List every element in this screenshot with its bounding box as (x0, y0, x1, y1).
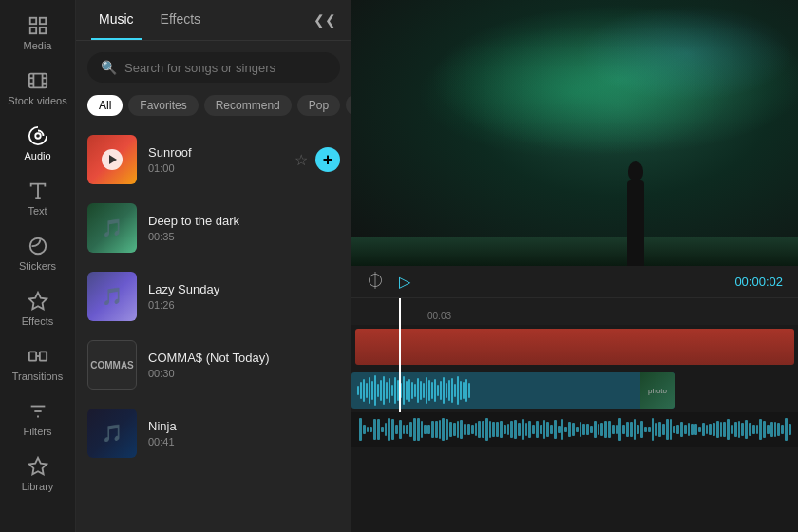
panel-tabs: Music Effects ❮❮ (76, 0, 352, 41)
sidebar-label-stock-videos: Stock videos (8, 95, 66, 106)
song-title-comma: COMMA$ (Not Today) (148, 351, 340, 365)
audio-icon (28, 125, 48, 146)
song-item-deep[interactable]: 🎵 Deep to the dark 00:35 (76, 194, 352, 262)
sidebar-label-audio: Audio (24, 150, 50, 162)
song-info-lazy: Lazy Sunday 01:26 (148, 282, 340, 311)
tab-music[interactable]: Music (91, 0, 142, 40)
song-duration-ninja: 00:41 (148, 436, 340, 447)
filters-icon (28, 401, 48, 422)
right-area: ⏀ ▷ 00:00:02 00:03 photo (352, 0, 798, 532)
audio-track-row: photo (352, 369, 798, 412)
filter-favorites[interactable]: Favorites (128, 95, 198, 116)
sidebar-item-filters[interactable]: Filters (0, 393, 75, 445)
ground-line (352, 238, 798, 266)
sidebar-label-transitions: Transitions (12, 370, 63, 382)
sidebar-item-library[interactable]: Library (0, 448, 75, 500)
sidebar-label-media: Media (24, 40, 52, 51)
collapse-panel-button[interactable]: ❮❮ (314, 12, 336, 28)
silhouette-body (627, 180, 644, 266)
play-button[interactable]: ▷ (399, 273, 410, 291)
song-title-sunroof: Sunroof (148, 145, 283, 160)
sidebar-item-stickers[interactable]: Stickers (0, 228, 75, 279)
song-thumb-sunroof (87, 135, 137, 184)
song-title-lazy: Lazy Sunday (148, 282, 340, 296)
text-icon (28, 180, 48, 201)
song-info-ninja: Ninja 00:41 (148, 419, 340, 447)
song-thumb-lazy: 🎵 (87, 272, 137, 321)
song-item-ninja[interactable]: 🎵 Ninja 00:41 (76, 399, 352, 467)
silhouette-head (628, 162, 643, 180)
song-thumb-deep: 🎵 (87, 203, 137, 253)
song-duration-sunroof: 01:00 (148, 162, 283, 174)
search-icon: 🔍 (101, 60, 117, 75)
playhead-line-audio (399, 369, 401, 412)
filter-pop[interactable]: Pop (297, 95, 340, 116)
timeline: 00:03 photo (352, 298, 798, 532)
photo-thumbnail: photo (640, 372, 674, 408)
song-item-sunroof[interactable]: Sunroof 01:00 ☆ + (76, 125, 352, 194)
sidebar-label-text: Text (28, 205, 47, 217)
metronome-icon: ⏀ (367, 272, 384, 292)
song-thumb-ninja: 🎵 (87, 408, 137, 458)
svg-rect-1 (39, 18, 45, 24)
sidebar-label-library: Library (22, 481, 54, 492)
character-silhouette (607, 114, 664, 266)
filter-recommend[interactable]: Recommend (204, 95, 292, 116)
song-duration-comma: 00:30 (148, 368, 340, 379)
library-icon (28, 456, 48, 477)
timeline-controls: ⏀ ▷ 00:00:02 (352, 266, 798, 298)
sidebar-item-effects[interactable]: Effects (0, 283, 75, 334)
sidebar-label-stickers: Stickers (19, 260, 56, 272)
video-track-row (352, 325, 798, 369)
song-title-deep: Deep to the dark (148, 214, 340, 228)
sidebar-label-filters: Filters (24, 426, 52, 437)
song-item-comma[interactable]: COMMAS COMMA$ (Not Today) 00:30 (76, 331, 352, 399)
svg-rect-0 (29, 18, 35, 24)
filter-all[interactable]: All (87, 95, 123, 116)
song-info-deep: Deep to the dark 00:35 (148, 214, 340, 242)
sidebar-item-media[interactable]: Media (0, 8, 75, 59)
song-info-comma: COMMA$ (Not Today) 00:30 (148, 351, 340, 379)
svg-marker-15 (28, 293, 46, 309)
song-info-sunroof: Sunroof 01:00 (148, 145, 283, 174)
song-list: Sunroof 01:00 ☆ + 🎵 (76, 125, 352, 532)
song-actions-sunroof: ☆ + (294, 147, 340, 172)
star-button-sunroof[interactable]: ☆ (294, 151, 308, 169)
video-track[interactable] (355, 329, 794, 365)
svg-rect-17 (39, 352, 46, 360)
song-duration-lazy: 01:26 (148, 299, 340, 311)
transitions-icon (28, 346, 48, 367)
film-icon (28, 70, 48, 91)
timeline-ruler: 00:03 (352, 298, 798, 325)
playhead-line (399, 298, 401, 325)
bottom-waveform (352, 412, 798, 446)
sidebar-item-stock-videos[interactable]: Stock videos (0, 63, 75, 114)
music-panel: Music Effects ❮❮ 🔍 Search for songs or s… (76, 0, 352, 532)
grid-icon (28, 15, 48, 36)
tab-effects[interactable]: Effects (153, 0, 209, 40)
sticker-icon (28, 236, 48, 256)
play-overlay-sunroof (102, 149, 123, 170)
song-item-lazy[interactable]: 🎵 Lazy Sunday 01:26 (76, 262, 352, 331)
svg-rect-16 (28, 352, 35, 360)
ruler-mark-00-03: 00:03 (428, 311, 451, 321)
song-duration-deep: 00:35 (148, 231, 340, 242)
search-placeholder: Search for songs or singers (124, 61, 276, 75)
search-bar[interactable]: 🔍 Search for songs or singers (87, 52, 340, 83)
filter-bar: All Favorites Recommend Pop ▾ (76, 94, 352, 125)
time-display: 00:00:02 (734, 275, 783, 289)
effects-icon (28, 291, 48, 312)
song-title-ninja: Ninja (148, 419, 340, 433)
sidebar-item-transitions[interactable]: Transitions (0, 338, 75, 390)
sidebar-item-audio[interactable]: Audio (0, 118, 75, 169)
svg-point-11 (35, 133, 41, 139)
song-thumb-comma: COMMAS (87, 340, 137, 390)
aurora-effect (352, 0, 798, 266)
svg-rect-3 (39, 28, 45, 33)
preview-area (352, 0, 798, 266)
sidebar: Media Stock videos Audio Text Sticke (0, 0, 76, 532)
playhead-line-video (399, 325, 401, 369)
sidebar-item-text[interactable]: Text (0, 173, 75, 224)
svg-rect-2 (29, 28, 35, 33)
add-button-sunroof[interactable]: + (315, 147, 340, 172)
